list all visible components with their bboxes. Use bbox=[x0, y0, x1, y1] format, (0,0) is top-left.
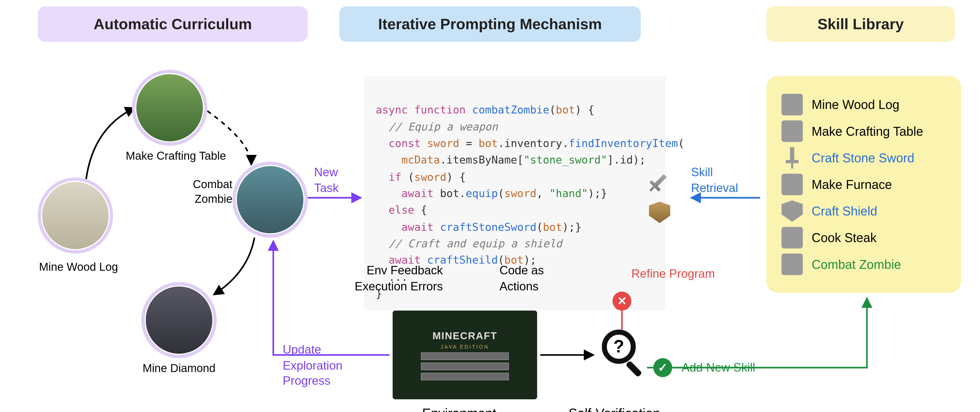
log-icon bbox=[781, 94, 803, 115]
sword-icon bbox=[781, 147, 803, 169]
minecraft-logo: MINECRAFT bbox=[432, 330, 497, 342]
skill-item-label: Mine Wood Log bbox=[811, 97, 899, 112]
arrow-add-skill bbox=[647, 298, 867, 367]
label-env-feedback: Env FeedbackExecution Errors bbox=[342, 263, 443, 294]
env-menu-button bbox=[421, 352, 509, 360]
skill-item-label: Craft Stone Sword bbox=[811, 150, 914, 165]
arrow-zombie-to-diamond bbox=[214, 238, 255, 295]
success-icon: ✓ bbox=[654, 358, 672, 377]
label-skill-retrieval: SkillRetrieval bbox=[691, 165, 748, 196]
label-crafting-table: Make Crafting Table bbox=[113, 149, 239, 163]
skill-item-label: Craft Shield bbox=[811, 204, 877, 218]
header-skills: Skill Library bbox=[766, 6, 955, 42]
skill-item: Cook Steak bbox=[781, 227, 946, 249]
skill-item-label: Make Crafting Table bbox=[811, 124, 923, 139]
label-mine-diamond: Mine Diamond bbox=[129, 361, 229, 375]
magnifier-icon: ? bbox=[597, 330, 641, 374]
label-new-task: NewTask bbox=[314, 165, 358, 196]
label-code-actions: Code asActions bbox=[500, 263, 562, 294]
node-crafting-table bbox=[132, 70, 207, 146]
furn-icon bbox=[781, 174, 803, 195]
skill-item: Make Furnace bbox=[781, 174, 946, 195]
label-environment: Environment bbox=[422, 404, 496, 412]
header-curriculum-label: Automatic Curriculum bbox=[94, 15, 252, 33]
header-prompting-label: Iterative Prompting Mechanism bbox=[378, 15, 602, 33]
header-curriculum: Automatic Curriculum bbox=[38, 6, 308, 42]
zombie-icon bbox=[781, 254, 803, 275]
label-self-verification: Self-Verification bbox=[568, 404, 660, 412]
skill-item-label: Cook Steak bbox=[811, 230, 877, 245]
shield-icon bbox=[781, 200, 803, 222]
node-mine-diamond bbox=[142, 282, 217, 358]
skill-item: Make Crafting Table bbox=[781, 120, 946, 142]
label-refine: Refine Program bbox=[632, 266, 715, 282]
skill-item: Craft Stone Sword bbox=[781, 147, 946, 169]
skill-library-panel: Mine Wood LogMake Crafting TableCraft St… bbox=[766, 76, 961, 293]
skill-item-label: Make Furnace bbox=[811, 177, 892, 192]
label-combat-zombie: CombatZombie bbox=[182, 177, 232, 206]
table-icon bbox=[781, 120, 803, 142]
skill-item: Craft Shield bbox=[781, 200, 946, 222]
node-mine-wood bbox=[38, 177, 113, 254]
minecraft-edition: JAVA EDITION bbox=[441, 344, 489, 350]
env-menu-button bbox=[421, 362, 509, 370]
label-update-progress: UpdateExplorationProgress bbox=[283, 342, 358, 389]
skill-item: Mine Wood Log bbox=[781, 94, 946, 115]
environment-screenshot: MINECRAFT JAVA EDITION bbox=[393, 310, 537, 399]
fail-icon: ✕ bbox=[612, 292, 632, 310]
skill-item: Combat Zombie bbox=[781, 254, 946, 275]
steak-icon bbox=[781, 227, 803, 249]
header-skills-label: Skill Library bbox=[818, 15, 904, 33]
node-combat-zombie bbox=[232, 161, 308, 238]
label-mine-wood: Mine Wood Log bbox=[25, 260, 132, 274]
env-menu-button bbox=[421, 372, 509, 380]
header-prompting: Iterative Prompting Mechanism bbox=[339, 6, 641, 42]
skill-item-label: Combat Zombie bbox=[811, 257, 901, 272]
label-add-skill: Add New Skill bbox=[682, 360, 755, 375]
